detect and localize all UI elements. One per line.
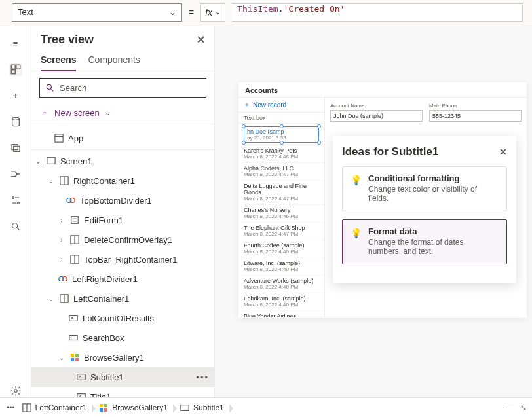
tree-node-deleteconfirm[interactable]: › DeleteConfirmOverlay1 — [31, 230, 214, 249]
more-icon[interactable]: ••• — [196, 372, 209, 382]
formula-input[interactable]: ThisItem.'Created On' — [232, 3, 523, 22]
record-date: March 8, 2022 4:40 PM — [244, 266, 319, 272]
list-item[interactable]: Fourth Coffee (sample)March 8, 2022 4:40… — [238, 240, 324, 258]
textbox-placeholder[interactable]: Text box — [238, 113, 324, 124]
app-icon — [54, 133, 64, 143]
tree-node-lblcount[interactable]: LblCountOfResults — [31, 308, 214, 328]
breadcrumb-bar: ••• LeftContainer1 BrowseGallery1 Subtit… — [0, 397, 532, 417]
svg-rect-34 — [69, 336, 77, 340]
preview-list: ＋ New record Text box hn Doe (samp ay 25… — [238, 98, 325, 317]
chevron-down-icon[interactable]: ⌄ — [58, 354, 66, 361]
media-icon[interactable] — [9, 141, 22, 154]
tab-screens[interactable]: Screens — [41, 50, 76, 71]
list-item[interactable]: Charles's NurseryMarch 8, 2022 4:46 PM — [238, 205, 324, 223]
svg-point-10 — [12, 223, 17, 228]
formula-part: . — [278, 4, 284, 14]
tree-node-leftrightdivider[interactable]: LeftRightDivider1 — [31, 269, 214, 289]
tree-node-topbottomdivider[interactable]: TopBottomDivider1 — [31, 190, 214, 210]
more-icon[interactable]: ••• — [7, 403, 15, 412]
account-name-input[interactable]: John Doe (sample) — [330, 110, 423, 122]
tree-node-leftcontainer[interactable]: ⌄ LeftContainer1 — [31, 289, 214, 308]
new-screen-button[interactable]: ＋ New screen ⌄ — [31, 103, 214, 124]
list-item[interactable]: Litware, Inc. (sample)March 8, 2022 4:40… — [238, 258, 324, 276]
fx-indicator[interactable]: fx ⌄ — [200, 3, 225, 22]
svg-rect-48 — [100, 408, 103, 411]
formula-bar: Text ⌄ = fx ⌄ ThisItem.'Created On' — [0, 0, 532, 26]
list-item[interactable]: Adventure Works (sample)March 8, 2022 4:… — [238, 276, 324, 293]
tab-components[interactable]: Components — [88, 50, 140, 71]
record-date: March 8, 2022 4:48 PM — [244, 154, 319, 160]
chevron-down-icon[interactable]: ⌄ — [34, 158, 42, 165]
record-date: March 8, 2022 4:40 PM — [244, 302, 319, 308]
breadcrumb-item[interactable]: BrowseGallery1 — [96, 401, 173, 414]
container-icon — [69, 254, 80, 264]
minimize-icon[interactable]: — — [506, 403, 514, 412]
tree-node-label: BrowseGallery1 — [84, 353, 144, 363]
data-icon[interactable] — [9, 115, 22, 128]
idea-card-conditional-formatting[interactable]: 💡 Conditional formatting Change text col… — [342, 166, 507, 211]
tree-node-searchbox[interactable]: SearchBox — [31, 328, 214, 348]
list-item[interactable]: Blue Yonder Airlines (sample)March 8, 20… — [238, 311, 324, 317]
search-icon[interactable] — [9, 220, 22, 233]
left-rail: ≡ ＋ — [0, 26, 31, 397]
new-screen-label: New screen — [54, 108, 100, 118]
chevron-down-icon[interactable]: ⌄ — [47, 177, 55, 185]
search-placeholder: Search — [60, 83, 86, 93]
container-icon — [59, 293, 69, 304]
textinput-icon — [68, 333, 79, 343]
breadcrumb-item[interactable]: LeftContainer1 — [19, 401, 92, 414]
gallery-icon — [98, 403, 109, 413]
svg-point-13 — [47, 84, 51, 89]
settings-icon[interactable] — [9, 194, 22, 207]
tree-node-editform[interactable]: › EditForm1 — [31, 210, 214, 230]
svg-point-21 — [70, 198, 75, 203]
chevron-right-icon[interactable]: › — [58, 217, 66, 224]
tree-node-rightcontainer[interactable]: ⌄ RightContainer1 — [31, 171, 214, 190]
label-icon — [180, 403, 190, 413]
list-item[interactable]: The Elephant Gift ShopMarch 8, 2022 4:47… — [238, 223, 324, 240]
close-icon[interactable]: ✕ — [499, 147, 507, 157]
breadcrumb-label: Subtitle1 — [193, 403, 224, 412]
list-item[interactable]: Delta Luggage and Fine GoodsMarch 8, 202… — [238, 181, 324, 205]
idea-card-format-data[interactable]: 💡 Format data Change the format of dates… — [342, 219, 507, 264]
svg-rect-5 — [13, 146, 19, 151]
chevron-right-icon[interactable]: › — [58, 256, 66, 263]
search-input[interactable]: Search — [39, 78, 206, 98]
svg-point-6 — [12, 197, 14, 199]
list-item[interactable]: Alpha Coders, LLCMarch 8, 2022 4:47 PM — [238, 163, 324, 181]
new-record-button[interactable]: ＋ New record — [238, 98, 324, 113]
hamburger-icon[interactable]: ≡ — [9, 37, 22, 50]
tree-node-topbarright[interactable]: › TopBar_RightContainer1 — [31, 249, 214, 269]
svg-rect-1 — [16, 65, 20, 69]
flow-icon[interactable] — [9, 168, 22, 181]
main-phone-input[interactable]: 555-12345 — [429, 110, 522, 122]
list-item[interactable]: Fabrikam, Inc. (sample)March 8, 2022 4:4… — [238, 293, 324, 311]
selected-record[interactable]: hn Doe (samp ay 25, 2021 3:33 — [244, 126, 319, 143]
field-value: John Doe (sample) — [333, 113, 383, 119]
tree-node-title1[interactable]: Title1 — [31, 387, 214, 397]
tree-node-app[interactable]: App — [31, 128, 214, 148]
gallery-icon — [69, 352, 80, 363]
chevron-down-icon: ⌄ — [105, 109, 111, 117]
ideas-panel: Ideas for Subtitle1 ✕ 💡 Conditional form… — [333, 136, 516, 283]
breadcrumb-item[interactable]: Subtitle1 — [177, 401, 229, 414]
chevron-down-icon[interactable]: ⌄ — [47, 295, 55, 302]
record-title: Fourth Coffee (sample) — [244, 242, 319, 249]
tree-node-subtitle1[interactable]: Subtitle1 ••• — [31, 367, 214, 387]
lightbulb-icon: 💡 — [351, 175, 362, 203]
close-icon[interactable]: ✕ — [197, 33, 205, 46]
expand-icon[interactable]: ⤡ — [520, 403, 527, 412]
tree-view-icon[interactable] — [9, 63, 22, 76]
selected-date: ay 25, 2021 3:33 — [247, 135, 316, 141]
tree-node-screen1[interactable]: ⌄ Screen1 — [31, 151, 214, 171]
add-icon[interactable]: ＋ — [9, 89, 22, 102]
list-item[interactable]: Karen's Kranky PetsMarch 8, 2022 4:48 PM — [238, 145, 324, 163]
gear-icon[interactable] — [9, 384, 22, 397]
divider-icon — [66, 195, 76, 206]
chevron-right-icon[interactable]: › — [58, 236, 66, 244]
svg-line-14 — [51, 89, 54, 92]
property-selector[interactable]: Text ⌄ — [12, 3, 182, 22]
svg-rect-36 — [71, 354, 74, 357]
tree-node-browsegallery[interactable]: ⌄ BrowseGallery1 — [31, 348, 214, 367]
equals-sign: = — [189, 7, 194, 18]
